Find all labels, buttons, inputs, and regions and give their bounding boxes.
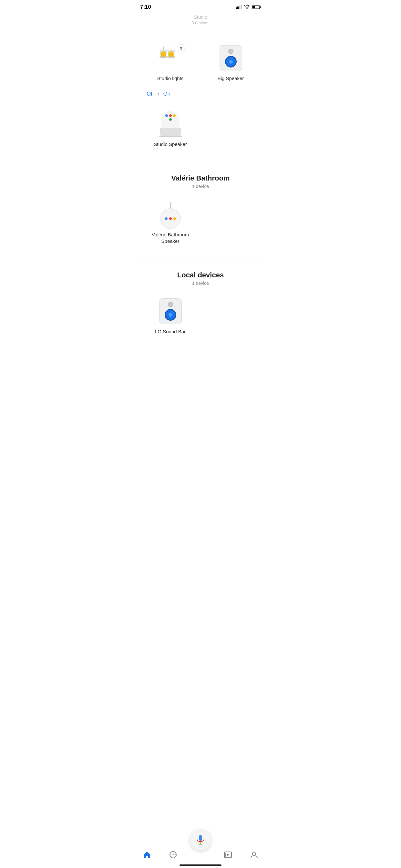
local-device-grid: LG Sound Bar bbox=[134, 288, 267, 344]
dot-yellow bbox=[173, 114, 176, 117]
studio-speaker-icon-wrap bbox=[156, 110, 185, 138]
status-icons bbox=[236, 5, 261, 9]
google-home-bottom bbox=[160, 128, 181, 135]
svg-rect-0 bbox=[236, 7, 237, 9]
valerie-speaker-name: Valérie Bathroom Speaker bbox=[143, 231, 197, 244]
valerie-speaker-item[interactable]: Valérie Bathroom Speaker bbox=[140, 196, 201, 248]
page-subtitle: 3 devices bbox=[192, 20, 210, 25]
wifi-icon bbox=[244, 5, 250, 9]
svg-point-11 bbox=[160, 51, 166, 57]
off-button[interactable]: Off bbox=[147, 91, 154, 97]
google-home-base bbox=[159, 135, 182, 137]
speaker-woofer bbox=[225, 56, 237, 67]
big-speaker-icon bbox=[220, 45, 242, 71]
studio-lights-item[interactable]: 3 Studio lights bbox=[140, 40, 201, 86]
lg-speaker-woofer bbox=[165, 309, 176, 321]
studio-speaker-icon bbox=[159, 111, 182, 137]
mini-wire bbox=[170, 202, 171, 208]
big-speaker-item[interactable]: Big Speaker bbox=[201, 40, 261, 86]
google-home-dots bbox=[165, 114, 176, 121]
lg-soundbar-name: LG Sound Bar bbox=[155, 329, 186, 335]
svg-rect-3 bbox=[241, 5, 242, 9]
studio-device-grid: 3 Studio lights Big Speaker bbox=[134, 35, 267, 91]
mini-dots bbox=[165, 217, 176, 220]
lg-soundbar-icon bbox=[159, 299, 182, 324]
lg-soundbar-icon-wrap bbox=[156, 297, 185, 326]
valerie-speaker-icon bbox=[159, 200, 182, 229]
valerie-section-title: Valérie Bathroom bbox=[134, 174, 267, 182]
svg-rect-1 bbox=[237, 6, 239, 9]
page-header: Studio 3 devices bbox=[134, 13, 267, 28]
valerie-device-grid: Valérie Bathroom Speaker bbox=[134, 191, 267, 253]
local-section-header: Local devices 1 device bbox=[134, 263, 267, 288]
lg-speaker-tweeter bbox=[168, 302, 173, 307]
studio-lights-icon-wrap: 3 bbox=[156, 43, 185, 73]
top-divider bbox=[134, 31, 267, 31]
lg-speaker-woofer-inner bbox=[168, 312, 173, 317]
speaker-tweeter bbox=[228, 49, 234, 54]
mini-dot-yellow bbox=[174, 217, 176, 220]
big-speaker-name: Big Speaker bbox=[218, 75, 244, 82]
dot-blue bbox=[165, 114, 168, 117]
google-home-top bbox=[161, 111, 180, 128]
on-button[interactable]: On bbox=[163, 91, 171, 97]
on-off-row: Off On bbox=[134, 91, 267, 100]
local-divider bbox=[134, 259, 267, 260]
studio-speaker-item[interactable]: Studio Speaker bbox=[140, 105, 201, 151]
valerie-speaker-icon-wrap bbox=[156, 200, 185, 229]
svg-rect-6 bbox=[260, 6, 261, 8]
valerie-section-subtitle: 1 device bbox=[134, 184, 267, 189]
mini-dot-blue bbox=[165, 217, 167, 220]
valerie-divider bbox=[134, 163, 267, 163]
mini-body bbox=[160, 208, 181, 229]
studio-speaker-name: Studio Speaker bbox=[154, 141, 187, 148]
dot-green bbox=[169, 118, 172, 121]
speaker-woofer-inner bbox=[228, 59, 234, 64]
valerie-section-header: Valérie Bathroom 1 device bbox=[134, 166, 267, 191]
mini-dot-red bbox=[169, 217, 172, 220]
svg-rect-7 bbox=[252, 6, 255, 8]
big-speaker-icon-wrap bbox=[216, 43, 245, 73]
studio-lights-name: Studio lights bbox=[157, 75, 184, 82]
svg-point-4 bbox=[247, 8, 248, 9]
dot-red bbox=[169, 114, 172, 117]
signal-icon bbox=[236, 5, 242, 9]
on-off-separator bbox=[158, 93, 159, 95]
content-scroll: 3 Studio lights Big Speaker Off On bbox=[134, 35, 267, 396]
status-time: 7:10 bbox=[140, 4, 151, 10]
local-section-title: Local devices bbox=[134, 271, 267, 279]
lights-badge: 3 bbox=[177, 44, 186, 53]
svg-point-15 bbox=[168, 51, 174, 57]
page-title: Studio bbox=[194, 14, 208, 20]
status-bar: 7:10 bbox=[134, 0, 267, 13]
svg-rect-2 bbox=[239, 5, 240, 9]
battery-icon bbox=[252, 5, 261, 9]
studio-speaker-grid: Studio Speaker bbox=[134, 100, 267, 157]
local-section-subtitle: 1 device bbox=[134, 281, 267, 286]
lg-soundbar-item[interactable]: LG Sound Bar bbox=[140, 293, 201, 339]
